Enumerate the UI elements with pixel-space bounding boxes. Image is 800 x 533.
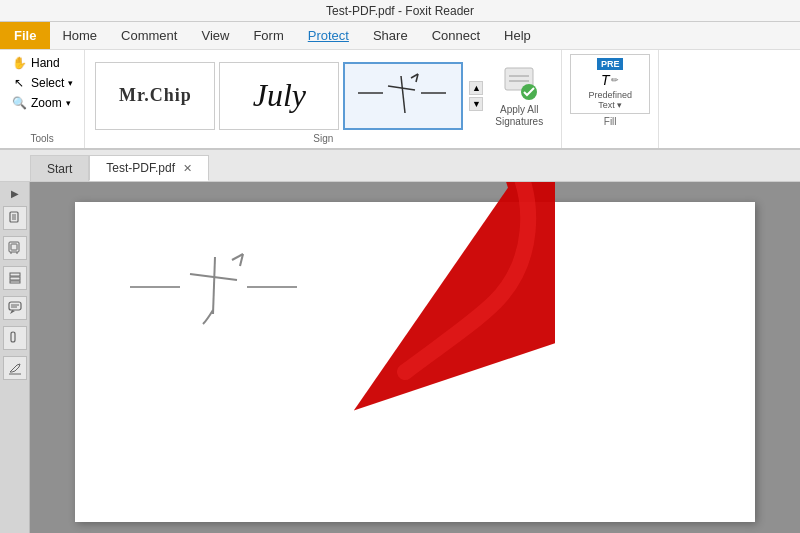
scroll-up-button[interactable]: ▲ bbox=[469, 81, 483, 95]
sidebar-toggle[interactable]: ▶ bbox=[6, 186, 24, 200]
menu-item-protect[interactable]: Protect bbox=[296, 24, 361, 47]
ribbon-tools-section: ✋ Hand ↖ Select ▾ 🔍 Zoom ▾ Tools bbox=[0, 50, 85, 148]
tab-start[interactable]: Start bbox=[30, 155, 89, 181]
title-bar: Test-PDF.pdf - Foxit Reader bbox=[0, 0, 800, 22]
menu-item-help[interactable]: Help bbox=[492, 24, 543, 47]
menu-item-share[interactable]: Share bbox=[361, 24, 420, 47]
predefined-text-button[interactable]: PRE T ✏ PredefinedText ▾ bbox=[570, 54, 650, 114]
sidebar-sign-icon[interactable] bbox=[3, 356, 27, 380]
sign-section-label: Sign bbox=[313, 133, 333, 146]
signature-box-july[interactable]: July bbox=[219, 62, 339, 130]
sidebar-pages-icon[interactable] bbox=[3, 206, 27, 230]
tabs-bar: Start Test-PDF.pdf ✕ bbox=[0, 150, 800, 182]
sign-items-row: Mr.Chip July bbox=[91, 54, 555, 133]
tools-section-label: Tools bbox=[31, 133, 54, 146]
menu-bar: File Home Comment View Form Protect Shar… bbox=[0, 22, 800, 50]
select-tool[interactable]: ↖ Select ▾ bbox=[8, 74, 76, 92]
svg-rect-15 bbox=[11, 244, 17, 250]
ribbon-tools-list: ✋ Hand ↖ Select ▾ 🔍 Zoom ▾ bbox=[8, 54, 76, 112]
document-page bbox=[75, 202, 755, 522]
file-menu-button[interactable]: File bbox=[0, 22, 50, 49]
zoom-icon: 🔍 bbox=[11, 95, 27, 111]
svg-rect-18 bbox=[10, 273, 20, 276]
sidebar-comments-icon[interactable] bbox=[3, 296, 27, 320]
doc-area bbox=[30, 182, 800, 533]
menu-item-connect[interactable]: Connect bbox=[420, 24, 492, 47]
svg-rect-20 bbox=[10, 281, 20, 283]
hand-tool[interactable]: ✋ Hand bbox=[8, 54, 76, 72]
main-area: ▶ bbox=[0, 182, 800, 533]
menu-item-form[interactable]: Form bbox=[241, 24, 295, 47]
ribbon-sign-section: Mr.Chip July bbox=[85, 50, 562, 148]
ribbon-predefined-section: PRE T ✏ PredefinedText ▾ Fill bbox=[562, 50, 659, 148]
scroll-down-button[interactable]: ▼ bbox=[469, 97, 483, 111]
menu-item-comment[interactable]: Comment bbox=[109, 24, 189, 47]
apply-all-icon bbox=[501, 64, 537, 100]
tab-close-button[interactable]: ✕ bbox=[183, 162, 192, 175]
svg-line-1 bbox=[401, 76, 405, 113]
select-icon: ↖ bbox=[11, 75, 27, 91]
pre-badge: PRE bbox=[597, 58, 624, 70]
fill-section-label: Fill bbox=[604, 116, 617, 127]
sidebar-bookmarks-icon[interactable] bbox=[3, 236, 27, 260]
tab-test-pdf[interactable]: Test-PDF.pdf ✕ bbox=[89, 155, 209, 181]
signature-box-mrchip[interactable]: Mr.Chip bbox=[95, 62, 215, 130]
signature-scroll-controls: ▲ ▼ bbox=[469, 81, 483, 111]
drawn-signature-svg bbox=[353, 68, 453, 123]
signature-box-drawn[interactable] bbox=[343, 62, 463, 130]
left-sidebar: ▶ bbox=[0, 182, 30, 533]
svg-line-27 bbox=[213, 257, 215, 314]
sidebar-attachments-icon[interactable] bbox=[3, 326, 27, 350]
svg-marker-22 bbox=[10, 310, 15, 314]
document-drawn-signature bbox=[125, 242, 305, 332]
menu-item-home[interactable]: Home bbox=[50, 24, 109, 47]
document-signature-area bbox=[125, 242, 715, 336]
hand-icon: ✋ bbox=[11, 55, 27, 71]
apply-all-signatures-button[interactable]: Apply AllSignatures bbox=[487, 60, 551, 132]
svg-rect-19 bbox=[10, 277, 20, 280]
ribbon: ✋ Hand ↖ Select ▾ 🔍 Zoom ▾ Tools Mr.Chip bbox=[0, 50, 800, 150]
menu-item-view[interactable]: View bbox=[189, 24, 241, 47]
sidebar-layers-icon[interactable] bbox=[3, 266, 27, 290]
zoom-tool[interactable]: 🔍 Zoom ▾ bbox=[8, 94, 76, 112]
title-text: Test-PDF.pdf - Foxit Reader bbox=[326, 4, 474, 18]
svg-rect-21 bbox=[9, 302, 21, 310]
